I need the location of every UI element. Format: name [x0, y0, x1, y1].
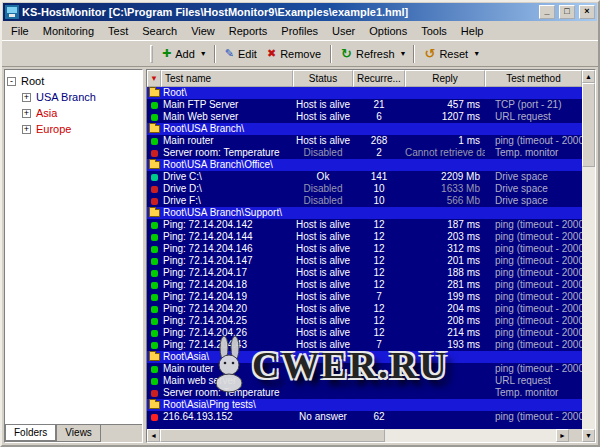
reset-dropdown-arrow[interactable]: ▼: [473, 48, 483, 59]
test-reply: 203 ms: [405, 231, 485, 243]
test-row[interactable]: Ping: 72.14.204.144Host is alive12203 ms…: [147, 231, 582, 243]
column-header-status[interactable]: Status: [293, 70, 353, 87]
folder-path: Root\USA Branch\Support\: [161, 207, 582, 219]
test-row[interactable]: Ping: 72.14.204.18Host is alive12281 msp…: [147, 279, 582, 291]
test-method: Drive space: [485, 195, 582, 207]
expand-toggle-icon[interactable]: +: [22, 109, 31, 118]
tree-item-usa-branch[interactable]: +USA Branch: [7, 89, 140, 105]
alive-status-icon: [151, 294, 158, 301]
vertical-scroll-thumb[interactable]: [582, 83, 595, 167]
menu-profiles[interactable]: Profiles: [274, 23, 325, 39]
refresh-dropdown-arrow[interactable]: ▼: [400, 48, 410, 59]
test-method: URL request: [485, 111, 582, 123]
folder-row[interactable]: Root\Asia\Ping tests\: [147, 399, 582, 411]
test-method: ping (timeout - 2000 ms): [485, 279, 582, 291]
menu-search[interactable]: Search: [135, 23, 184, 39]
menu-options[interactable]: Options: [362, 23, 414, 39]
menu-view[interactable]: View: [184, 23, 222, 39]
test-method: ping (timeout - 2000 ms): [485, 267, 582, 279]
menu-help[interactable]: Help: [454, 23, 491, 39]
test-reply: 312 ms: [405, 243, 485, 255]
tree-item-root[interactable]: -Root: [7, 73, 140, 89]
title-bar[interactable]: KS-HostMonitor [C:\Program Files\HostMon…: [3, 3, 597, 21]
column-header-reply[interactable]: Reply: [405, 70, 485, 87]
folder-row[interactable]: Root\USA Branch\Office\: [147, 159, 582, 171]
filter-column-header[interactable]: ▼: [147, 70, 161, 87]
test-method: Drive space: [485, 183, 582, 195]
add-dropdown-arrow[interactable]: ▼: [200, 48, 210, 59]
tree-item-asia[interactable]: +Asia: [7, 105, 140, 121]
status-icon-cell: [147, 279, 161, 291]
vertical-scroll-track[interactable]: [582, 83, 595, 429]
test-reply: 204 ms: [405, 303, 485, 315]
reset-button[interactable]: ↺ Reset: [419, 46, 473, 62]
menu-monitoring[interactable]: Monitoring: [36, 23, 101, 39]
menu-file[interactable]: File: [4, 23, 36, 39]
test-row[interactable]: Ping: 72.14.204.146Host is alive12312 ms…: [147, 243, 582, 255]
folder-row[interactable]: Root\USA Branch\: [147, 123, 582, 135]
menu-tools[interactable]: Tools: [414, 23, 454, 39]
test-reply: 457 ms: [405, 99, 485, 111]
test-row[interactable]: Drive F:\Disabled10566 MbDrive space: [147, 195, 582, 207]
test-row[interactable]: Main Web serverHost is alive61207 msURL …: [147, 111, 582, 123]
menu-user[interactable]: User: [325, 23, 362, 39]
test-method: ping (timeout - 2000 ms): [485, 291, 582, 303]
scroll-down-arrow[interactable]: ▼: [582, 429, 595, 442]
test-row[interactable]: Main routerHost is alive2681 msping (tim…: [147, 135, 582, 147]
expand-toggle-icon[interactable]: +: [22, 93, 31, 102]
column-header-recurrences[interactable]: Recurre...: [353, 70, 405, 87]
test-row[interactable]: Ping: 72.14.204.142Host is alive12187 ms…: [147, 219, 582, 231]
close-button[interactable]: ×: [579, 5, 595, 19]
alive-status-icon: [151, 258, 158, 265]
test-row[interactable]: Ping: 72.14.204.17Host is alive12188 msp…: [147, 267, 582, 279]
column-header-test-method[interactable]: Test method: [485, 70, 582, 87]
vertical-scrollbar[interactable]: ▲ ▼: [582, 70, 595, 442]
test-row[interactable]: Main FTP ServerHost is alive21457 msTCP …: [147, 99, 582, 111]
add-button[interactable]: ✚ Add: [157, 46, 200, 62]
folder-row[interactable]: Root\USA Branch\Support\: [147, 207, 582, 219]
table-header-row: ▼ Test name Status Recurre... Reply Test…: [147, 70, 582, 87]
tree-item-europe[interactable]: +Europe: [7, 121, 140, 137]
test-row[interactable]: Ping: 72.14.204.147Host is alive12201 ms…: [147, 255, 582, 267]
test-method: ping (timeout - 2000 ms): [485, 339, 582, 351]
test-status: Host is alive: [293, 231, 353, 243]
menu-reports[interactable]: Reports: [222, 23, 275, 39]
scroll-right-arrow[interactable]: ►: [556, 429, 569, 442]
tab-views[interactable]: Views: [56, 425, 101, 442]
column-header-test-name[interactable]: Test name: [161, 70, 293, 87]
scroll-up-arrow[interactable]: ▲: [582, 70, 595, 83]
test-row[interactable]: Ping: 72.14.204.25Host is alive12208 msp…: [147, 315, 582, 327]
test-row[interactable]: Drive D:\Disabled101633 MbDrive space: [147, 183, 582, 195]
horizontal-scrollbar[interactable]: ◄ ►: [147, 429, 582, 442]
menu-test[interactable]: Test: [101, 23, 135, 39]
tab-folders[interactable]: Folders: [5, 425, 56, 442]
toolbar-grip[interactable]: [150, 45, 153, 63]
test-row[interactable]: Ping: 72.14.204.20Host is alive12204 msp…: [147, 303, 582, 315]
test-method: Temp. monitor: [485, 147, 582, 159]
test-row[interactable]: Ping: 72.14.204.19Host is alive7199 mspi…: [147, 291, 582, 303]
scroll-left-arrow[interactable]: ◄: [147, 429, 160, 442]
maximize-button[interactable]: □: [559, 5, 575, 19]
status-icon-cell: [147, 267, 161, 279]
edit-button[interactable]: ✎ Edit: [220, 46, 262, 62]
expand-toggle-icon[interactable]: +: [22, 125, 31, 134]
tree-item-label: USA Branch: [36, 91, 96, 103]
alive-status-icon: [151, 342, 158, 349]
test-row[interactable]: Drive C:\Ok1412209 MbDrive space: [147, 171, 582, 183]
test-reply: 2209 Mb: [405, 171, 485, 183]
test-status: Host is alive: [293, 135, 353, 147]
app-window: KS-HostMonitor [C:\Program Files\HostMon…: [0, 0, 600, 447]
reset-icon: ↺: [424, 48, 435, 59]
minimize-button[interactable]: _: [539, 5, 555, 19]
test-row[interactable]: 216.64.193.152No answer62ping (timeout -…: [147, 411, 582, 423]
horizontal-scroll-thumb[interactable]: [160, 429, 385, 442]
remove-button[interactable]: ✖ Remove: [262, 46, 326, 62]
folder-icon-cell: [147, 159, 161, 171]
add-icon: ✚: [162, 48, 171, 59]
refresh-button[interactable]: ↻ Refresh: [336, 46, 399, 62]
folder-row[interactable]: Root\: [147, 87, 582, 99]
horizontal-scroll-track[interactable]: [160, 429, 556, 442]
expand-toggle-icon[interactable]: -: [7, 77, 16, 86]
test-row[interactable]: Server room: TemperatureDisabled2Cannot …: [147, 147, 582, 159]
no-answer-status-icon: [151, 414, 158, 421]
